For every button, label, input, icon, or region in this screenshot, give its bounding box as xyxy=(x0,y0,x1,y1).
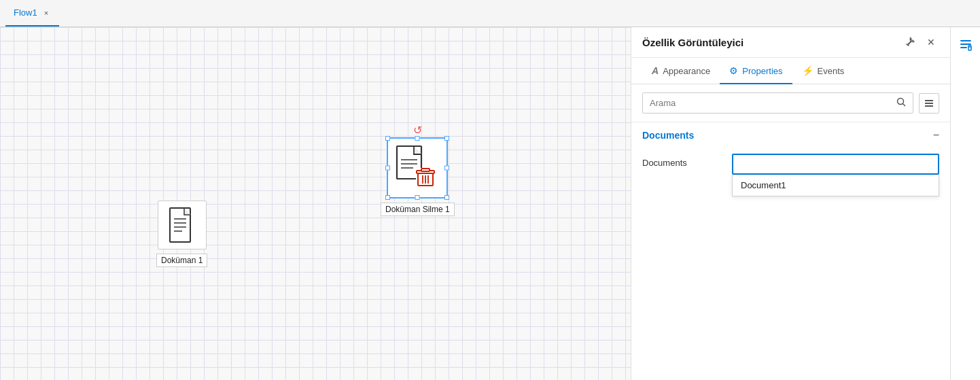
tab-flow1[interactable]: Flow1 × xyxy=(5,0,59,27)
handle-ml[interactable] xyxy=(385,166,390,171)
section-header: Documents − xyxy=(631,122,950,148)
node-icon-box-silme: ↺ xyxy=(387,137,448,198)
search-bar xyxy=(631,84,950,122)
handle-tm[interactable] xyxy=(415,136,420,141)
list-icon xyxy=(924,98,934,109)
svg-rect-18 xyxy=(925,100,933,101)
tab-label: Flow1 xyxy=(14,7,37,18)
node-dokuman-silme1[interactable]: ↺ xyxy=(381,137,455,216)
tab-appearance-label: Appearance xyxy=(663,66,710,76)
tab-events[interactable]: ⚡ Events xyxy=(792,58,854,84)
handle-tr[interactable] xyxy=(444,136,449,141)
svg-rect-12 xyxy=(421,169,430,171)
pin-button[interactable] xyxy=(901,34,917,50)
document-icon xyxy=(167,207,197,243)
properties-section: Documents − Documents Document1 xyxy=(631,122,950,380)
panel-header: Özellik Görüntüleyici ✕ xyxy=(631,27,950,58)
dropdown-suggestion: Document1 xyxy=(732,175,939,196)
svg-point-16 xyxy=(898,99,904,105)
property-label-documents: Documents xyxy=(642,154,724,168)
sidebar-icon-list[interactable] xyxy=(953,33,978,57)
list-sidebar-icon xyxy=(959,38,973,52)
events-icon: ⚡ xyxy=(802,65,813,76)
section-title: Documents xyxy=(642,130,694,141)
node-label-silme: Doküman Silme 1 xyxy=(381,203,455,216)
tab-properties[interactable]: ⚙ Properties xyxy=(720,58,792,84)
node-dokuman1[interactable]: Doküman 1 xyxy=(156,201,207,267)
handle-br[interactable] xyxy=(444,195,449,200)
svg-rect-20 xyxy=(925,105,933,107)
node-label-dokuman1: Doküman 1 xyxy=(156,254,207,267)
svg-line-17 xyxy=(903,104,906,107)
pin-icon xyxy=(904,37,915,48)
node-icon-wrapper-silme: ↺ xyxy=(387,137,448,198)
handle-bl[interactable] xyxy=(385,195,390,200)
tab-properties-label: Properties xyxy=(742,66,782,76)
tab-close-button[interactable]: × xyxy=(41,7,51,18)
collapse-button[interactable] xyxy=(919,93,939,114)
search-input[interactable] xyxy=(643,94,890,112)
handle-bm[interactable] xyxy=(415,195,420,200)
document-delete-icon xyxy=(394,143,440,192)
panel-title: Özellik Görüntüleyici xyxy=(642,37,743,48)
search-icon xyxy=(896,97,906,107)
tab-events-label: Events xyxy=(818,66,845,76)
right-panel: Özellik Görüntüleyici ✕ A Appearance ⚙ P… xyxy=(631,27,950,380)
properties-icon: ⚙ xyxy=(729,65,738,76)
search-button[interactable] xyxy=(890,93,913,113)
panel-header-icons: ✕ xyxy=(901,34,939,50)
right-sidebar xyxy=(950,27,980,380)
node-icon-box-dokuman1 xyxy=(158,201,207,249)
property-input-documents[interactable] xyxy=(732,154,939,175)
rotate-handle[interactable]: ↺ xyxy=(413,124,422,137)
panel-tabs: A Appearance ⚙ Properties ⚡ Events xyxy=(631,58,950,84)
dropdown-item-document1[interactable]: Document1 xyxy=(733,175,939,196)
property-input-area: Document1 xyxy=(732,154,939,175)
handle-mr[interactable] xyxy=(444,166,449,171)
appearance-icon: A xyxy=(652,65,659,76)
close-panel-button[interactable]: ✕ xyxy=(923,34,939,50)
svg-rect-19 xyxy=(925,103,933,104)
search-input-wrapper xyxy=(642,92,913,114)
property-row-documents: Documents Document1 xyxy=(631,148,950,180)
section-collapse-button[interactable]: − xyxy=(933,129,939,141)
svg-rect-21 xyxy=(960,40,971,41)
tab-bar: Flow1 × xyxy=(0,0,980,27)
tab-appearance[interactable]: A Appearance xyxy=(642,58,720,84)
svg-rect-23 xyxy=(960,47,967,48)
main-content: Doküman 1 ↺ xyxy=(0,27,980,380)
canvas-area[interactable]: Doküman 1 ↺ xyxy=(0,27,631,380)
handle-tl[interactable] xyxy=(385,136,390,141)
svg-rect-22 xyxy=(960,44,971,45)
svg-rect-24 xyxy=(968,46,971,50)
